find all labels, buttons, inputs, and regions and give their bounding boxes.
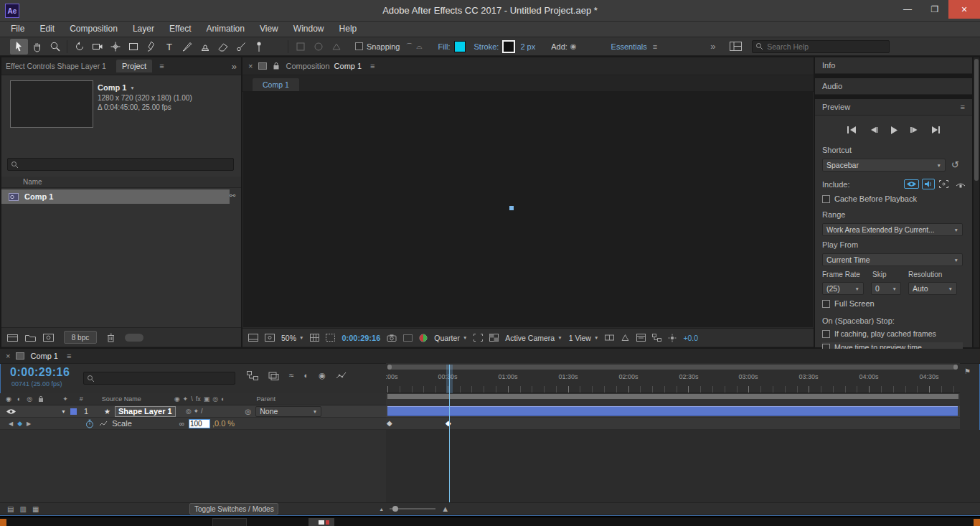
project-item-name[interactable]: Comp 1 [24,192,53,201]
zoom-slider-thumb[interactable] [392,506,398,512]
include-video-icon[interactable] [904,179,919,189]
menu-help[interactable]: Help [333,22,364,37]
comp-tab-close-icon[interactable]: × [248,62,253,70]
fast-previews-icon[interactable] [621,334,630,342]
maximize-button[interactable]: ❐ [921,0,948,19]
navigator-end-handle[interactable] [953,365,958,370]
cache-before-playback-checkbox[interactable] [822,195,830,203]
pan-behind-tool[interactable] [106,39,124,55]
channels-icon[interactable] [419,334,428,342]
rectangle-tool[interactable] [124,39,142,55]
composition-viewport[interactable] [243,91,813,327]
menu-file[interactable]: File [4,22,31,37]
pixel-aspect-icon[interactable] [605,334,614,342]
comp-flowchart-button-icon[interactable] [652,334,661,342]
resolution-dropdown[interactable]: Quarter ▼ [434,334,467,342]
graph-editor-icon[interactable] [336,371,347,380]
eraser-tool[interactable] [214,39,232,55]
taskbar-item[interactable] [308,518,334,526]
add-shape-icon[interactable]: ◉ [570,42,577,50]
menu-view[interactable]: View [253,22,285,37]
source-name-column-header[interactable]: Source Name [102,395,141,403]
right-panel-scrollbar[interactable] [974,57,979,347]
help-search-box[interactable] [752,40,890,53]
navigator-start-handle[interactable] [387,365,392,370]
exposure-value[interactable]: +0.0 [683,334,698,342]
project-overflow-icon[interactable]: » [232,61,237,72]
tab-project[interactable]: Project [116,60,152,72]
audio-panel-header[interactable]: Audio [815,78,972,95]
comp-marker-bin-icon[interactable]: ⚑ [964,367,971,375]
project-search-box[interactable] [7,158,234,171]
stroke-swatch[interactable] [502,40,515,53]
grid-guides-icon[interactable] [310,334,319,342]
range-dropdown[interactable]: Work Area Extended By Current...▼ [822,223,963,236]
new-composition-icon[interactable] [43,333,54,342]
frame-blending-icon[interactable]: ◐ [304,371,309,380]
scale-y-value[interactable]: ,0.0 % [212,419,235,428]
add-keyframe-icon[interactable]: ◆ [17,420,22,427]
time-ruler[interactable]: 00:00s 00:30s 01:00s 01:30s 02:00s 02:30… [386,363,960,393]
layer-track[interactable] [386,405,960,418]
toggle-switches-modes-button[interactable]: Toggle Switches / Modes [189,503,278,515]
composition-tab-comp-name[interactable]: Comp 1 [334,62,362,70]
zoom-out-mountain-icon[interactable]: ▲ [379,507,384,512]
include-overlays-icon[interactable] [938,179,950,189]
comp-info-caret-icon[interactable]: ▼ [130,85,134,90]
bit-depth-button[interactable]: 8 bpc [64,331,97,344]
parent-column-header[interactable]: Parent [256,395,275,403]
comp-panel-menu-icon[interactable]: ≡ [370,62,374,70]
snapshot-icon[interactable] [387,334,397,342]
keyframe-diamond[interactable]: ◆ [446,420,451,427]
timeline-current-time[interactable]: 0:00:29:16 [10,366,70,379]
resolution-preview-dropdown[interactable]: Auto▼ [908,282,957,295]
taskbar-item[interactable] [0,519,6,526]
draft-3d-icon[interactable] [268,371,279,380]
menu-composition[interactable]: Composition [63,22,124,37]
type-tool[interactable]: T [160,39,178,55]
layer-controls-icon[interactable] [956,180,966,188]
rotation-tool[interactable] [70,39,88,55]
layer-switches[interactable]: ◎✦/ [186,408,205,415]
next-frame-button[interactable] [906,124,923,136]
menu-animation[interactable]: Animation [200,22,251,37]
always-preview-icon[interactable] [248,334,258,342]
project-search-input[interactable] [21,159,230,169]
taskbar-item[interactable] [974,519,980,526]
fill-label[interactable]: Fill: [438,42,450,51]
camera-dropdown[interactable]: Active Camera ▼ [505,334,562,342]
next-keyframe-icon[interactable]: ▶ [27,421,31,427]
layer-visibility-eye-icon[interactable] [6,408,17,415]
menu-effect[interactable]: Effect [163,22,197,37]
transparency-grid-icon[interactable] [489,334,499,342]
workspace-panel-icon[interactable] [727,39,745,55]
show-snapshot-icon[interactable] [403,334,413,342]
skip-dropdown[interactable]: 0▼ [871,282,901,295]
workspace-menu-icon[interactable]: ≡ [653,42,657,51]
timeline-zoom-slider[interactable] [390,508,435,509]
main-viewer-icon[interactable] [265,334,275,342]
layer-row[interactable]: ▼ 1 ★ Shape Layer 1 ◎✦/ ◎ None▼ [0,405,386,418]
play-from-dropdown[interactable]: Current Time▼ [822,253,963,266]
info-panel-header[interactable]: Info [815,57,972,74]
layer-label-color[interactable] [70,408,77,415]
project-panel-menu-icon[interactable]: ≡ [159,62,164,70]
parent-dropdown[interactable]: None▼ [255,406,321,417]
timeline-button-icon[interactable] [636,334,646,342]
keyframe-diamond[interactable]: ◆ [387,420,392,427]
timeline-tab-label[interactable]: Comp 1 [30,352,58,360]
parent-pickwhip-icon[interactable]: ◎ [245,408,252,415]
view-layout-dropdown[interactable]: 1 View ▼ [569,334,599,342]
zoom-in-mountain-icon[interactable]: ▲ [441,504,449,513]
close-button[interactable]: × [948,0,980,19]
snapping-checkbox[interactable] [355,42,363,50]
play-button[interactable] [885,124,902,136]
comp-current-time[interactable]: 0:00:29:16 [341,334,380,342]
help-search-input[interactable] [765,42,886,52]
lock-icon[interactable] [273,62,280,70]
expand-layer-switches-icon[interactable]: ▤ [7,505,14,513]
fill-swatch[interactable] [454,41,466,52]
menu-edit[interactable]: Edit [33,22,61,37]
stroke-label[interactable]: Stroke: [474,42,499,51]
clone-stamp-tool[interactable] [196,39,214,55]
